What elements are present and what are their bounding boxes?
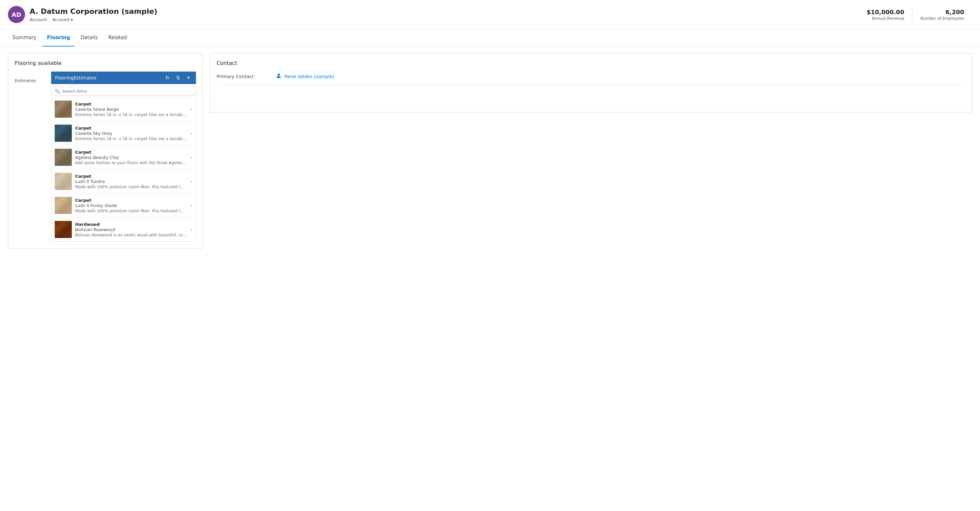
breadcrumb-separator: · [49,17,50,22]
estimates-section-label: Estimates [15,78,36,83]
tab-summary[interactable]: Summary [8,29,41,46]
item-desc-5: Made with 100% premium nylon fiber, this… [75,209,187,213]
add-icon[interactable]: + [185,74,192,81]
item-name-5: Lush II Frosty Glade [75,203,187,208]
item-thumbnail-1 [55,101,72,118]
item-type-1: Carpet [75,102,187,107]
tab-details[interactable]: Details [76,29,102,46]
list-item[interactable]: Carpet Lush II Frosty Glade Made with 10… [51,193,196,217]
contact-panel: Contact Primary Contact Rene Valdes (sam… [210,53,972,112]
breadcrumb-account-label[interactable]: Account [30,17,47,22]
contact-row: Primary Contact Rene Valdes (sample) [216,73,965,85]
list-item[interactable]: Carpet Caserta Stone Beige Extreme Serie… [51,97,196,121]
search-input[interactable] [62,89,192,94]
item-name-6: Bolivian Rosewood [75,227,187,232]
item-info-5: Carpet Lush II Frosty Glade Made with 10… [75,198,187,213]
list-item[interactable]: Carpet Ageless Beauty Clay Add some fash… [51,145,196,169]
item-type-6: Hardwood [75,222,187,227]
item-thumbnail-2 [55,125,72,142]
item-name-4: Lush II Tundra [75,179,187,184]
item-desc-2: Extreme Series 18 in. x 18 in. carpet ti… [75,136,187,141]
item-info-6: Hardwood Bolivian Rosewood Bolivian Rose… [75,222,187,237]
annual-revenue-stat: $10,000.00 Annual Revenue [859,9,912,21]
item-chevron-icon-6: › [190,227,192,233]
search-icon: 🔍 [55,89,60,94]
item-thumbnail-3 [55,149,72,166]
company-name: A. Datum Corporation (sample) [30,7,859,16]
page-header: AD A. Datum Corporation (sample) Account… [0,0,980,29]
list-item[interactable]: Hardwood Bolivian Rosewood Bolivian Rose… [51,217,196,241]
list-item[interactable]: Carpet Caserta Sky Grey Extreme Series 1… [51,121,196,145]
estimates-section-label-col: Estimates [15,72,51,242]
breadcrumb-account-type: Account [52,17,70,22]
item-chevron-icon-4: › [190,178,192,185]
primary-contact-link[interactable]: Rene Valdes (sample) [284,74,334,79]
list-item[interactable]: Carpet Lush II Tundra Made with 100% pre… [51,169,196,193]
breadcrumb-dropdown[interactable]: Account [52,17,73,22]
flooring-item-list: Carpet Caserta Stone Beige Extreme Serie… [51,97,196,242]
item-desc-3: Add some fashion to your floors with the… [75,161,187,165]
item-chevron-icon-5: › [190,203,192,209]
search-box: 🔍 [51,87,196,96]
item-type-3: Carpet [75,150,187,155]
item-thumbnail-5 [55,197,72,214]
item-type-4: Carpet [75,174,187,179]
chevron-down-icon [70,19,73,21]
item-info-2: Carpet Caserta Sky Grey Extreme Series 1… [75,126,187,141]
flooring-panel-inner: Estimates FlooringEstimates ↻ ⇅ + 🔍 [15,72,196,242]
contact-value: Rene Valdes (sample) [276,73,334,80]
item-desc-4: Made with 100% premium nylon fiber, this… [75,185,187,189]
estimates-content-col: FlooringEstimates ↻ ⇅ + 🔍 Carpet [51,72,196,242]
flooring-estimates-label: FlooringEstimates [55,75,161,80]
item-info-4: Carpet Lush II Tundra Made with 100% pre… [75,174,187,189]
main-content: Flooring available Estimates FlooringEst… [0,46,980,255]
item-type-5: Carpet [75,198,187,203]
header-title-section: A. Datum Corporation (sample) Account · … [30,7,859,22]
employees-value: 6,200 [920,9,964,16]
primary-contact-label: Primary Contact [216,74,269,79]
item-name-1: Caserta Stone Beige [75,107,187,112]
item-info-3: Carpet Ageless Beauty Clay Add some fash… [75,150,187,165]
item-name-2: Caserta Sky Grey [75,131,187,136]
contact-panel-title: Contact [216,60,965,66]
person-icon [276,73,282,80]
flooring-estimates-bar: FlooringEstimates ↻ ⇅ + [51,72,196,84]
item-type-2: Carpet [75,126,187,131]
flooring-panel-title: Flooring available [15,60,196,66]
nav-tabs: Summary Flooring Details Related [0,29,980,46]
item-name-3: Ageless Beauty Clay [75,155,187,160]
refresh-icon[interactable]: ↻ [164,74,171,81]
sort-icon[interactable]: ⇅ [174,74,181,81]
employees-label: Number of Employees [920,16,964,21]
item-info-1: Carpet Caserta Stone Beige Extreme Serie… [75,102,187,117]
item-desc-6: Bolivian Rosewood is an exotic wood with… [75,233,187,237]
avatar: AD [8,6,25,23]
item-chevron-icon-2: › [190,130,192,136]
header-stats: $10,000.00 Annual Revenue 6,200 Number o… [859,8,972,21]
breadcrumb: Account · Account [30,17,859,22]
tab-flooring[interactable]: Flooring [43,29,75,46]
annual-revenue-label: Annual Revenue [867,16,904,21]
flooring-panel: Flooring available Estimates FlooringEst… [8,53,203,249]
tab-related[interactable]: Related [103,29,131,46]
annual-revenue-value: $10,000.00 [867,9,904,16]
item-thumbnail-4 [55,173,72,190]
item-desc-1: Extreme Series 18 in. x 18 in. carpet ti… [75,112,187,117]
item-thumbnail-6 [55,221,72,238]
employees-stat: 6,200 Number of Employees [912,9,972,21]
item-chevron-icon-1: › [190,106,192,112]
item-chevron-icon-3: › [190,154,192,161]
